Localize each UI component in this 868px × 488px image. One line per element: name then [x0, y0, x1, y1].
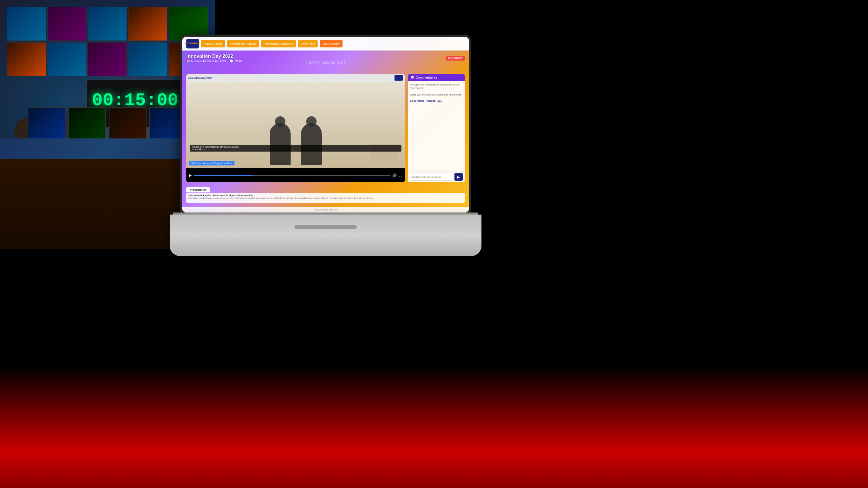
chat-body: Partagez-vos remarques et commentaires s… [408, 81, 465, 171]
screen-tile [7, 42, 46, 76]
chat-send-button[interactable]: ▶ [454, 173, 463, 181]
tab-presentation[interactable]: Présentation [186, 187, 210, 192]
video-brand-label: Innovation Day 2022 [188, 77, 212, 79]
chat-input[interactable] [410, 173, 453, 181]
event-time: 09h00 [234, 60, 242, 63]
chat-header-label: Commentaires [416, 76, 437, 79]
subtitle-line-2: à la veille de [192, 148, 205, 151]
footer-platform: Livret [332, 209, 337, 211]
speaker-2 [301, 123, 322, 165]
chat-placeholder: Partagez-vos remarques et commentaires s… [410, 83, 463, 97]
speaker-1 [270, 123, 291, 165]
subtitle-line-1: France et à l'international et vous êtes… [192, 146, 239, 148]
nav-intervenants[interactable]: Intervenants / Speakers [261, 40, 296, 47]
website: RATP GROUP Accueil / Home Programme / Ag… [182, 37, 469, 213]
divider: | [228, 60, 228, 63]
screen-tile [88, 42, 127, 76]
laptop: RATP GROUP Accueil / Home Programme / Ag… [170, 35, 481, 256]
chat-username: Chevrollier_Pauline_121 [410, 99, 463, 102]
presentation-body: Jour après jour, le Groupe innove pour a… [188, 197, 463, 199]
ratp-logo: RATP GROUP [186, 39, 199, 48]
play-icon[interactable]: ▶ [189, 173, 192, 177]
screen-tile [47, 42, 87, 76]
clock-icon: 🕘 [230, 60, 233, 63]
fullscreen-icon[interactable]: ⛶ [399, 173, 402, 177]
english-subtitles-button[interactable]: Watch the video with English subtitles [189, 161, 234, 165]
nav-showroom[interactable]: ShowRoom [298, 40, 318, 47]
chat-header: 💬 Commentaires [408, 74, 465, 81]
screen-tile [128, 7, 167, 41]
progress-bar-video[interactable] [194, 175, 390, 176]
video-chat-row: Innovation Day 2022 [186, 74, 465, 182]
screen-tile [128, 42, 167, 76]
speaker-area [186, 82, 405, 168]
video-controls[interactable]: ▶ 🔊 ⛶ [186, 168, 405, 182]
send-icon: ▶ [457, 175, 460, 179]
chat-icon: 💬 [410, 76, 414, 79]
screen-tile [88, 7, 127, 41]
event-hashtag: #RATYLovesStartUP [306, 60, 345, 65]
event-title: Innovation Day 2022 [186, 53, 465, 59]
nav-programme[interactable]: Programme / Agenda [227, 40, 259, 47]
calendar-icon: 📅 [186, 60, 190, 63]
main-content: Innovation Day 2022 📅 Mercredi 14 Décemb… [182, 51, 469, 203]
nav-accueil[interactable]: Accueil / Home [201, 40, 225, 47]
video-thumbnail: France et à l'international et vous êtes… [186, 82, 405, 168]
site-background: RATP GROUP Accueil / Home Programme / Ag… [182, 37, 469, 213]
chat-panel: 💬 Commentaires Partagez-vos remarques et… [408, 74, 465, 182]
progress-fill-video [194, 175, 253, 176]
site-footer: © 2022 Réalisé par Livret [182, 207, 469, 213]
screen-tile [7, 7, 46, 41]
tab-row: Présentation [186, 187, 465, 192]
progress-bar [43, 237, 177, 242]
event-date: Mercredi 14 Décembre 2022 [191, 60, 226, 63]
presentation-section: Une journée inédite placée sous le signe… [186, 193, 465, 203]
video-player[interactable]: Innovation Day 2022 [186, 74, 405, 182]
presentation-title: Une journée inédite placée sous le signe… [188, 194, 463, 197]
volume-icon[interactable]: 🔊 [392, 173, 397, 177]
laptop-base [170, 215, 481, 256]
chat-input-row: ▶ [408, 171, 465, 182]
laptop-screen: RATP GROUP Accueil / Home Programme / Ag… [180, 35, 471, 215]
nav-live[interactable]: Live & Replay [320, 40, 342, 47]
subtitle-overlay: France et à l'international et vous êtes… [190, 145, 401, 152]
live-badge: EN DIRECT [446, 56, 465, 61]
video-top-bar: Innovation Day 2022 [186, 74, 405, 82]
screen-tile [47, 7, 87, 41]
bottom-bar [0, 246, 868, 488]
footer-text: © 2022 Réalisé par [314, 209, 331, 211]
video-logo [395, 75, 403, 81]
nav-bar: RATP GROUP Accueil / Home Programme / Ag… [182, 37, 469, 51]
